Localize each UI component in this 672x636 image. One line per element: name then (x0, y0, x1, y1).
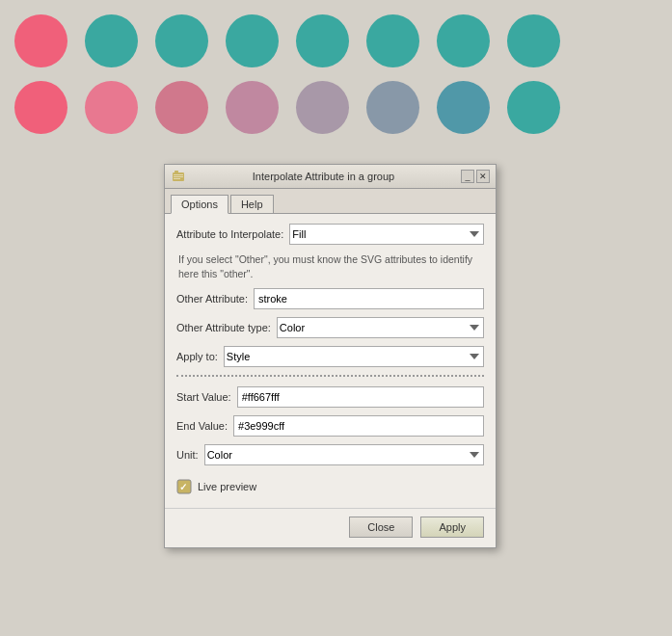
other-attribute-input[interactable] (254, 288, 484, 309)
minimize-button[interactable]: _ (461, 170, 474, 183)
dialog-titlebar: Interpolate Attribute in a group _ ✕ (165, 165, 496, 189)
live-preview-icon: ✓ (176, 479, 192, 494)
apply-to-select[interactable]: Style (224, 346, 484, 367)
tab-help[interactable]: Help (230, 195, 274, 213)
unit-select[interactable]: Color (204, 444, 484, 465)
divider (176, 375, 484, 377)
other-attribute-type-row: Other Attribute type: Color (176, 317, 484, 338)
apply-button[interactable]: Apply (420, 517, 484, 538)
circle (226, 81, 279, 134)
circle (296, 81, 349, 134)
info-text: If you select "Other", you must know the… (176, 252, 484, 280)
dialog-body: Attribute to Interpolate: Fill If you se… (165, 214, 496, 508)
attribute-label: Attribute to Interpolate: (176, 228, 283, 240)
circle (366, 81, 419, 134)
start-value-label: Start Value: (176, 391, 231, 403)
other-attribute-type-label: Other Attribute type: (176, 322, 271, 333)
dialog-tabs: Options Help (165, 189, 496, 214)
tab-options[interactable]: Options (171, 195, 228, 214)
apply-to-row: Apply to: Style (176, 346, 484, 367)
attribute-to-interpolate-row: Attribute to Interpolate: Fill (176, 224, 484, 245)
circle (296, 14, 349, 67)
circle (366, 14, 419, 67)
svg-rect-4 (174, 178, 180, 179)
live-preview-label: Live preview (198, 481, 256, 492)
unit-row: Unit: Color (176, 444, 484, 465)
dialog-title: Interpolate Attribute in a group (192, 171, 455, 182)
circle (14, 81, 67, 134)
dialog-controls: _ ✕ (461, 170, 490, 183)
circle (85, 14, 138, 67)
close-button[interactable]: Close (349, 517, 413, 538)
circle (155, 81, 208, 134)
apply-to-label: Apply to: (176, 351, 218, 362)
end-value-input[interactable] (233, 415, 484, 437)
circle (507, 81, 560, 134)
background-circles (14, 14, 651, 147)
close-button-titlebar[interactable]: ✕ (476, 170, 490, 183)
circles-row-1 (14, 14, 651, 67)
attribute-select[interactable]: Fill (289, 224, 484, 245)
unit-label: Unit: (176, 449, 199, 461)
start-value-input[interactable] (237, 386, 484, 408)
svg-rect-2 (174, 174, 183, 175)
circle (226, 14, 279, 67)
dialog-icon (171, 169, 186, 184)
circle (85, 81, 138, 134)
svg-rect-3 (174, 176, 183, 177)
circle (155, 14, 208, 67)
circles-row-2 (14, 81, 651, 134)
start-value-row: Start Value: (176, 386, 484, 408)
interpolate-dialog: Interpolate Attribute in a group _ ✕ Opt… (164, 164, 497, 548)
circle (437, 81, 490, 134)
end-value-label: End Value: (176, 420, 228, 432)
dialog-footer: Close Apply (165, 508, 496, 547)
circle (14, 14, 67, 67)
svg-text:✓: ✓ (179, 482, 187, 492)
other-attribute-label: Other Attribute: (176, 293, 248, 305)
circle (437, 14, 490, 67)
end-value-row: End Value: (176, 415, 484, 437)
other-attribute-row: Other Attribute: (176, 288, 484, 309)
live-preview-row: ✓ Live preview (176, 475, 484, 498)
svg-rect-1 (175, 171, 178, 173)
circle (507, 14, 560, 67)
other-attribute-type-select[interactable]: Color (277, 317, 484, 338)
